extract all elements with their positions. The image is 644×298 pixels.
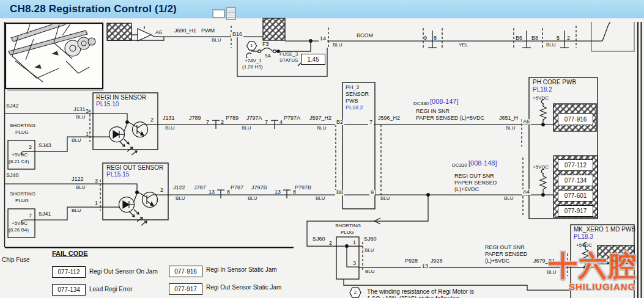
conn-pin: 4 [279, 120, 283, 125]
wire-color: YEL [459, 43, 468, 48]
sensor-in-title: REGI IN SENSOR [96, 95, 146, 101]
signal3-name2: PAPER SENSED [485, 252, 527, 257]
fail-code-desc: Lead Regi Error [89, 286, 133, 293]
mk-xero-pl: PL18.3 [574, 234, 593, 241]
watermark-latin: SHILIUGIANG [569, 282, 637, 292]
pin-b8: B8 [335, 190, 344, 195]
label-j131: J131 [163, 115, 175, 121]
conn-pin: 13 [275, 189, 281, 195]
conn-pin: 13 [209, 189, 215, 195]
sj60-shorting: SHORTING [335, 223, 361, 228]
fuse-status-label1: FUSE_3 [279, 52, 298, 57]
label-j787: J787 [194, 185, 206, 191]
label-j928: J928 [431, 258, 443, 264]
note-line1: The winding resistance of Regi Motor is [367, 289, 474, 296]
watermark: 十六腔 SHILIUGIANG [549, 252, 637, 292]
label-p787: P787 [231, 185, 243, 191]
ph2-title2: SENSOR [346, 92, 369, 97]
fail-code-box: 077-112 [52, 266, 86, 278]
fail-code-box: 077-916 [169, 266, 202, 277]
conn-pin: 2 [221, 120, 224, 125]
fuse-name: F3 [262, 42, 269, 47]
label-p789: P789 [226, 115, 239, 121]
v24-ref: (1.28 H3) [242, 65, 262, 70]
label-j122: J122 [173, 185, 185, 191]
sj60-pin2: 2 [329, 241, 332, 246]
label-sj40: SJ40 [6, 173, 19, 178]
label-j597: J597_H2 [309, 115, 331, 121]
signal1-name: REGI IN SNR [416, 109, 450, 114]
plug1-plug: PLUG [15, 130, 29, 135]
label-sj42: SJ42 [6, 103, 19, 109]
pin-a6-amp: A6 [155, 30, 162, 35]
label-p797b: P797B [295, 185, 311, 191]
resistor-a6 [540, 104, 546, 124]
dc330-prefix: DC330 [452, 163, 467, 168]
pin-13: 13 [421, 264, 429, 269]
signal1-level: PAPER SENSED (L)+5VDC [416, 115, 484, 121]
fuse-status-label2: STATUS [279, 58, 298, 63]
regi-in-sensor-symbol [93, 114, 158, 155]
signal2-name2: PAPER SENSED [454, 180, 497, 186]
label-j651: J651_H [499, 115, 518, 121]
fault-code-077-134: 077-134 [558, 175, 593, 186]
label-j122-conn: J122 [72, 176, 84, 182]
sensor-in-pl: PL15.10 [96, 101, 119, 108]
pin-9b: 9 [369, 190, 375, 195]
signal2-name: REGI OUT SNR [454, 173, 494, 179]
label-j690: J690_H1 [174, 28, 196, 34]
amplifier-symbol [138, 29, 151, 41]
pin-b2: B2 [335, 120, 344, 125]
plug2-pin: 7 [29, 213, 32, 219]
plug2-plug: PLUG [15, 198, 29, 203]
fault-code-077-601: 077-601 [558, 190, 593, 202]
ph2-title1: PH_2 [346, 85, 360, 90]
watermark-cjk: 十六腔 [549, 252, 637, 280]
service-manual-page: CH8.28 Registration Control (1/2) [0, 0, 644, 298]
parts-illustration-frame [6, 23, 103, 89]
signal2-level: (L)+5VDC [454, 187, 479, 192]
plug1-shorting: SHORTING [10, 123, 35, 128]
label-j596: J596_H2 [378, 115, 400, 121]
label-sj41: SJ41 [39, 211, 51, 217]
fuse-symbol [258, 50, 261, 53]
wire-color: BLU [546, 43, 556, 48]
fuse-rating: 5A [265, 54, 271, 59]
pin-9: 9 [424, 35, 427, 41]
pin-7: 7 [368, 120, 374, 125]
pin-a6: A6 [522, 119, 531, 125]
chip-fuse-label: Chip Fuse [2, 257, 30, 264]
plug1-ref: (8.21 C4) [9, 159, 29, 164]
wire-color: BLU [380, 196, 390, 201]
label-j797a: J797A [246, 115, 262, 121]
v24-source-symbol [246, 53, 251, 58]
label-pwm: PWM [201, 28, 215, 34]
fail-code-box: 077-917 [169, 283, 202, 295]
sensor-out-pin1: 1 [95, 200, 98, 206]
fault-code-ref: [008-147] [430, 98, 458, 106]
pullup-voltage: +5VDC [533, 96, 549, 101]
signal3-level: (L)+5VDC [485, 258, 509, 264]
wire-color: BLU [76, 115, 86, 120]
interlock-switch-symbol [602, 22, 610, 41]
wire-color: BLU [165, 126, 175, 131]
sensor-in-pin3: 3 [86, 109, 89, 114]
wire-color: BLU [365, 248, 374, 253]
ph-core-pl: PL18.2 [533, 87, 552, 93]
label-bcom: BCOM [357, 33, 373, 38]
label-j789: J789 [189, 115, 201, 121]
note2-number: 2 [352, 290, 358, 295]
label-j131-conn: J131 [73, 107, 86, 112]
wire-color: BLU [333, 43, 342, 48]
plug1-voltage: +5VDC [12, 153, 28, 158]
wire-color: BLU [365, 269, 375, 274]
plug2-shorting: SHORTING [10, 192, 35, 197]
v24-label: +24V_1 [245, 59, 262, 64]
fault-code-077-916: 077-916 [558, 113, 593, 125]
wire-color: BLU [248, 196, 257, 201]
sj60-right: SJ60 [364, 236, 377, 242]
pin-b6: B6 [516, 35, 522, 41]
ph-core-title: PH CORE PWB [533, 79, 576, 86]
sj60-plug: PLUG [341, 230, 354, 235]
sensor-in-pin2: 2 [150, 117, 154, 123]
